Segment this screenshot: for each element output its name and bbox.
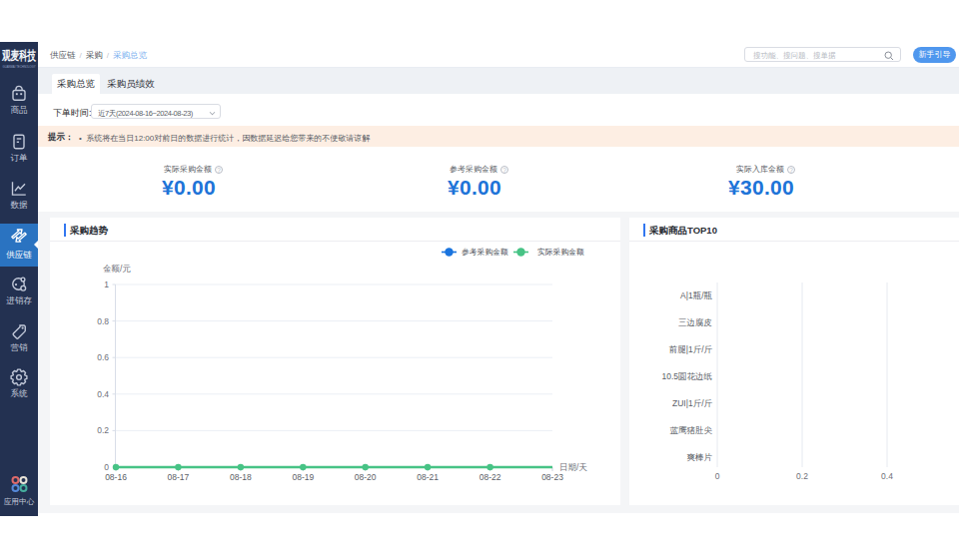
svg-text:0: 0: [715, 471, 720, 481]
svg-text:1: 1: [104, 280, 109, 289]
svg-text:08-20: 08-20: [355, 472, 377, 482]
svg-text:GUANMAI TECHNOLOGY: GUANMAI TECHNOLOGY: [3, 65, 37, 69]
svg-text:实际采购金额: 实际采购金额: [537, 248, 584, 257]
svg-text:08-22: 08-22: [480, 472, 501, 482]
svg-text:10.5圆花边纸: 10.5圆花边纸: [661, 371, 712, 381]
svg-text:蓝鹰猪肚尖: 蓝鹰猪肚尖: [670, 425, 713, 435]
svg-text:08-16: 08-16: [105, 472, 127, 482]
svg-text:0.6: 0.6: [97, 352, 109, 362]
svg-text:0.2: 0.2: [796, 471, 808, 481]
svg-text:08-23: 08-23: [541, 472, 563, 482]
svg-text:金额/元: 金额/元: [103, 264, 131, 274]
svg-text:A|1瓶/瓶: A|1瓶/瓶: [680, 290, 712, 300]
svg-text:0.4: 0.4: [881, 471, 893, 481]
svg-text:0.8: 0.8: [97, 316, 109, 326]
svg-text:ZUI|1斤/斤: ZUI|1斤/斤: [672, 398, 712, 408]
svg-text:08-17: 08-17: [168, 472, 190, 482]
svg-text:0.4: 0.4: [97, 389, 109, 399]
svg-text:0.2: 0.2: [97, 425, 109, 435]
svg-text:爽棒片: 爽棒片: [687, 452, 713, 462]
svg-text:观麦科技: 观麦科技: [1, 48, 36, 63]
svg-text:参考采购金额: 参考采购金额: [462, 248, 508, 257]
svg-text:三边腐皮: 三边腐皮: [678, 317, 712, 327]
svg-text:日期/天: 日期/天: [559, 462, 587, 472]
svg-text:08-19: 08-19: [292, 472, 314, 482]
svg-text:前腿|1斤/斤: 前腿|1斤/斤: [669, 344, 713, 354]
svg-text:0: 0: [104, 462, 109, 472]
svg-text:08-21: 08-21: [417, 472, 439, 482]
svg-text:08-18: 08-18: [230, 472, 252, 482]
